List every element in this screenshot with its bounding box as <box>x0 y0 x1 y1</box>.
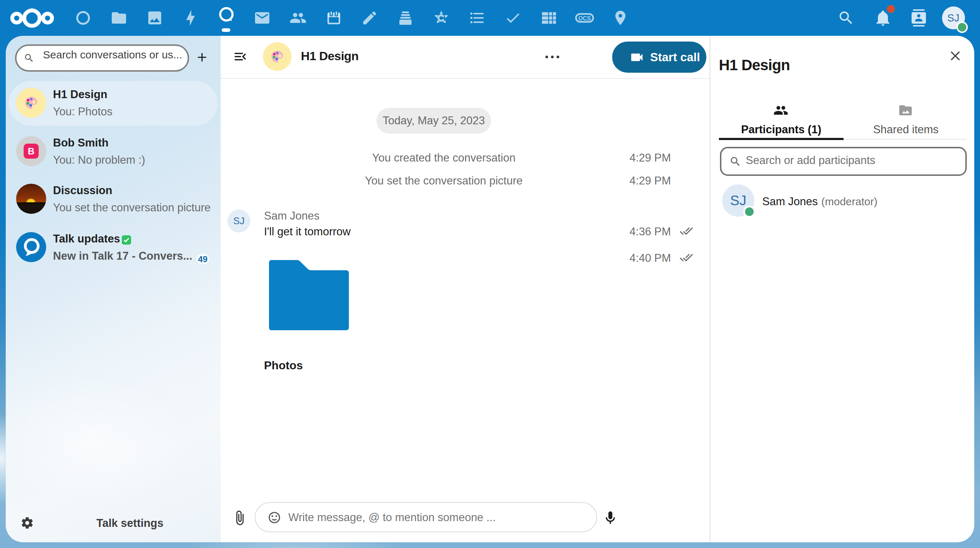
svg-text:OCS: OCS <box>579 15 591 22</box>
